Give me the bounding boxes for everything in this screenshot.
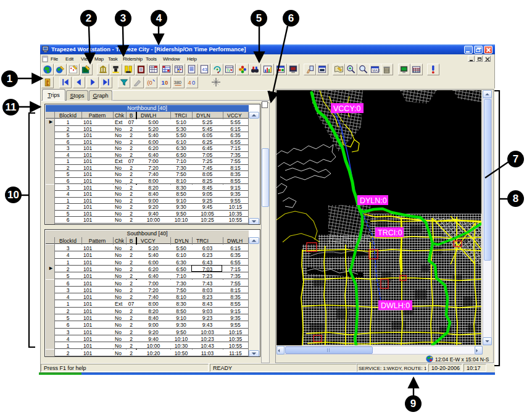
svg-text:0: 0 <box>165 80 168 86</box>
svg-text:380: 380 <box>174 80 182 85</box>
svg-text:0: 0 <box>192 80 195 86</box>
svg-text:43: 43 <box>202 67 207 72</box>
svg-text:(0: (0 <box>147 80 152 86</box>
svg-text:VCCY:0: VCCY:0 <box>333 104 361 113</box>
svg-text:DYLN:0: DYLN:0 <box>360 196 387 205</box>
svg-text:MAX: MAX <box>372 69 380 72</box>
svg-text:IV: IV <box>227 68 231 72</box>
svg-text:1: 1 <box>161 80 164 86</box>
svg-text:TRCI:0: TRCI:0 <box>378 229 402 237</box>
svg-text:4: 4 <box>188 80 191 86</box>
svg-text:DWLH:0: DWLH:0 <box>381 301 410 310</box>
